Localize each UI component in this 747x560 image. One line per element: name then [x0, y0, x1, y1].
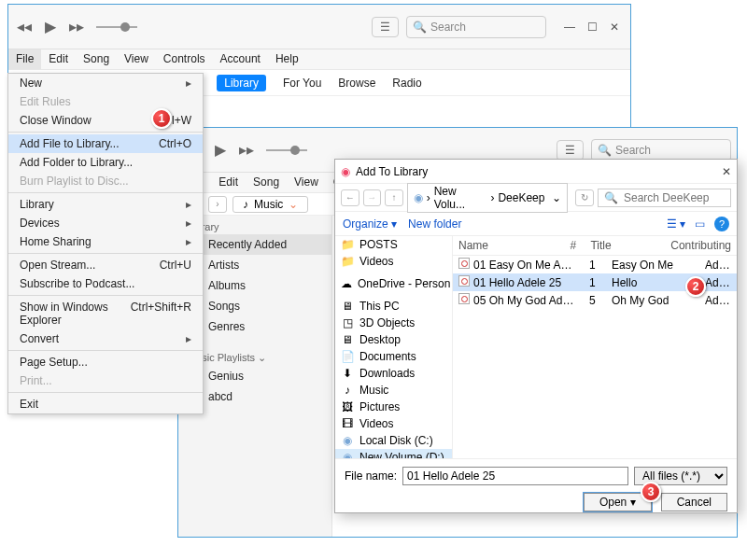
menu-item-subscribe-to-podcast[interactable]: Subscribe to Podcast...	[8, 274, 203, 293]
folder-icon: ☁	[341, 277, 352, 290]
file-list: Name # Title Contributing 01 Easy On Me …	[453, 236, 737, 458]
menu-item-devices[interactable]: Devices▸	[8, 214, 203, 232]
folder-icon: ◉	[341, 434, 354, 447]
close-button[interactable]: ✕	[604, 21, 625, 34]
menu-item-open-stream[interactable]: Open Stream...Ctrl+U	[8, 256, 203, 274]
menu-account[interactable]: Account	[213, 49, 268, 69]
tree-item-documents[interactable]: 📄Documents	[335, 348, 452, 365]
menu-item-home-sharing[interactable]: Home Sharing▸	[8, 232, 203, 251]
folder-tree: 📁POSTS📁Videos☁OneDrive - Person🖥This PC◳…	[335, 236, 453, 458]
tree-item-videos[interactable]: 🎞Videos	[335, 415, 452, 432]
dialog-search-input[interactable]	[622, 190, 725, 205]
menu-item-page-setup[interactable]: Page Setup...	[8, 353, 203, 371]
maximize-button[interactable]: ☐	[582, 21, 602, 34]
folder-icon: 🖥	[341, 333, 354, 346]
tab-browse[interactable]: Browse	[338, 77, 375, 90]
menu-item-burn-playlist-to-disc: Burn Playlist to Disc...	[8, 172, 203, 190]
menu-item-new[interactable]: New▸	[8, 74, 203, 92]
dialog-breadcrumb-bar: ← → ↑ ◉ › New Volu...› DeeKeep ⌄ ↻ 🔍	[335, 184, 737, 212]
chevron-down-icon: ⌄	[289, 198, 298, 211]
menu-song[interactable]: Song	[246, 173, 287, 192]
minimize-button[interactable]: —	[559, 21, 580, 34]
folder-icon: ◳	[341, 316, 354, 329]
play-button-2[interactable]: ▶	[210, 140, 231, 161]
file-row[interactable]: 01 Easy On Me Adel...1Easy On MeAdele	[453, 256, 737, 273]
tree-item-downloads[interactable]: ⬇Downloads	[335, 365, 452, 382]
menu-file[interactable]: File	[8, 49, 41, 69]
folder-icon: 🎞	[341, 417, 354, 430]
menu-controls[interactable]: Controls	[156, 49, 213, 69]
tree-item-posts[interactable]: 📁POSTS	[335, 236, 452, 253]
new-folder-button[interactable]: New folder	[408, 217, 461, 231]
filename-input[interactable]	[402, 467, 628, 485]
search-input-1[interactable]: 🔍 Search	[406, 16, 546, 38]
tab-library[interactable]: Library	[217, 75, 266, 91]
tree-item-pictures[interactable]: 🖼Pictures	[335, 399, 452, 415]
titlebar-1: ◂◂ ▶ ▸▸ ☰ 🔍 Search — ☐ ✕	[8, 5, 630, 49]
menubar-1: FileEditSongViewControlsAccountHelp	[8, 49, 630, 70]
folder-icon: ♪	[341, 384, 354, 397]
menu-edit[interactable]: Edit	[211, 173, 246, 192]
col-name: Name	[453, 236, 564, 255]
library-selector[interactable]: ♪ Music ⌄	[233, 196, 308, 213]
audio-file-icon	[458, 275, 470, 287]
file-menu-dropdown: New▸Edit RulesClose WindowCtrl+WAdd File…	[7, 73, 204, 414]
menu-item-add-file-to-library[interactable]: Add File to Library...Ctrl+O	[8, 134, 203, 153]
dlg-forward-button[interactable]: →	[363, 189, 382, 206]
tree-item-3d-objects[interactable]: ◳3D Objects	[335, 315, 452, 331]
dialog-close-button[interactable]: ✕	[722, 165, 731, 178]
tree-item-videos[interactable]: 📁Videos	[335, 253, 452, 270]
search-input-2[interactable]: 🔍 Search	[591, 139, 731, 161]
play-button[interactable]: ▶	[40, 17, 61, 37]
file-list-header[interactable]: Name # Title Contributing	[453, 236, 737, 256]
chevron-down-icon: ⌄	[258, 352, 266, 363]
search-icon: 🔍	[413, 21, 427, 34]
menu-item-library[interactable]: Library▸	[8, 195, 203, 214]
dlg-up-button[interactable]: ↑	[385, 189, 403, 206]
library-selector-label: Music	[254, 198, 283, 211]
audio-file-icon	[458, 258, 470, 269]
view-mode-button[interactable]: ☰ ▾	[667, 217, 685, 231]
tree-item-music[interactable]: ♪Music	[335, 382, 452, 399]
dlg-back-button[interactable]: ←	[341, 189, 359, 206]
next-track-button[interactable]: ▸▸	[66, 17, 87, 37]
folder-icon: 📄	[341, 350, 354, 363]
tree-item-this-pc[interactable]: 🖥This PC	[335, 298, 452, 315]
col-contributing: Contributing	[665, 236, 737, 255]
menu-song[interactable]: Song	[76, 49, 117, 69]
refresh-button[interactable]: ↻	[575, 189, 594, 206]
dialog-title: Add To Library	[356, 165, 428, 178]
menu-item-exit[interactable]: Exit	[8, 395, 203, 413]
tree-item-local-disk-c-[interactable]: ◉Local Disk (C:)	[335, 432, 452, 449]
col-title: Title	[585, 236, 665, 255]
tree-item-new-volume-d-[interactable]: ◉New Volume (D:)	[335, 449, 452, 458]
cancel-button[interactable]: Cancel	[661, 493, 727, 511]
prev-track-button[interactable]: ◂◂	[14, 17, 35, 37]
menu-item-add-folder-to-library[interactable]: Add Folder to Library...	[8, 153, 203, 172]
list-view-button-2[interactable]: ☰	[557, 140, 584, 161]
tab-radio[interactable]: Radio	[392, 77, 421, 90]
menu-item-show-in-windows-explorer[interactable]: Show in Windows ExplorerCtrl+Shift+R	[8, 298, 203, 329]
tree-item-desktop[interactable]: 🖥Desktop	[335, 331, 452, 348]
menu-item-close-window[interactable]: Close WindowCtrl+W	[8, 111, 203, 130]
menu-help[interactable]: Help	[268, 49, 306, 69]
col-num: #	[564, 236, 585, 255]
next-track-button-2[interactable]: ▸▸	[236, 140, 257, 161]
volume-slider-2[interactable]	[266, 149, 307, 151]
preview-pane-button[interactable]: ▭	[695, 217, 705, 231]
tree-item-onedrive-person[interactable]: ☁OneDrive - Person	[335, 275, 452, 292]
search-placeholder-2: Search	[615, 144, 651, 157]
list-view-button[interactable]: ☰	[372, 17, 399, 37]
menu-edit[interactable]: Edit	[41, 49, 76, 69]
organize-menu[interactable]: Organize ▾	[343, 217, 397, 231]
volume-slider[interactable]	[96, 26, 137, 28]
forward-button[interactable]: ›	[208, 196, 227, 213]
tab-for-you[interactable]: For You	[283, 77, 321, 90]
menu-item-print: Print...	[8, 371, 203, 390]
menu-view[interactable]: View	[287, 173, 326, 192]
breadcrumb[interactable]: ◉ › New Volu...› DeeKeep ⌄	[407, 183, 569, 213]
menu-item-convert[interactable]: Convert▸	[8, 329, 203, 348]
menu-view[interactable]: View	[117, 49, 156, 69]
folder-icon: 📁	[341, 238, 354, 251]
help-button[interactable]: ?	[714, 217, 729, 231]
